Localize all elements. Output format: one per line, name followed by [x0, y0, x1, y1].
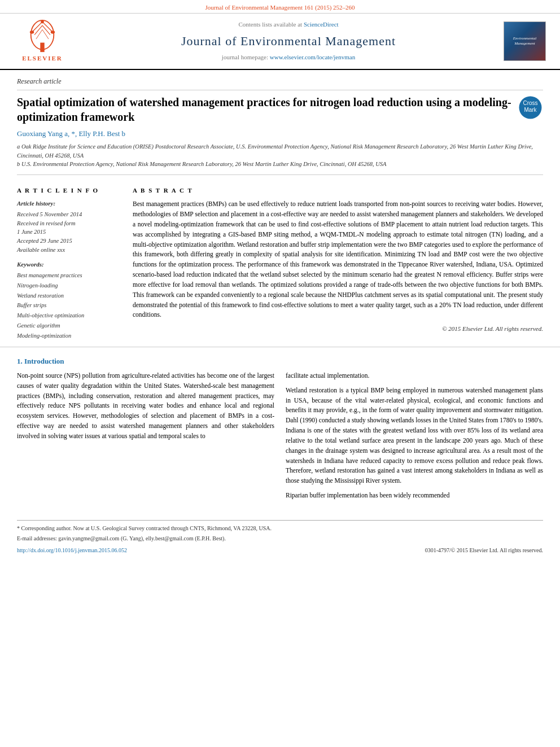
elsevier-logo: ELSEVIER	[11, 19, 73, 63]
keyword-item: Wetland restoration	[17, 291, 121, 301]
svg-text:Mark: Mark	[524, 107, 537, 113]
footnotes-area: * Corresponding author. Now at U.S. Geol…	[17, 520, 543, 543]
keyword-item: Modeling-optimization	[17, 331, 121, 341]
abstract-heading: A B S T R A C T	[133, 186, 543, 195]
article-info-heading: A R T I C L E I N F O	[17, 186, 121, 195]
intro-col2-p3: Riparian buffer implementation has been …	[286, 491, 543, 501]
intro-col2-p1: facilitate actual implementation.	[286, 371, 543, 381]
paper-section: Research article Spatial optimization of…	[0, 70, 560, 175]
intro-col1-p1: Non-point source (NPS) pollution from ag…	[17, 371, 274, 442]
science-direct-line: Contents lists available at ScienceDirec…	[73, 20, 504, 29]
accepted-date: Accepted 29 June 2015	[17, 237, 121, 246]
keywords-list: Best management practicesNitrogen-loadin…	[17, 270, 121, 341]
svg-text:Cross: Cross	[523, 100, 537, 106]
keyword-item: Buffer strips	[17, 300, 121, 311]
authors-line: Guoxiang Yang a, *, Elly P.H. Best b	[17, 129, 543, 139]
doi-link[interactable]: http://dx.doi.org/10.1016/j.jenvman.2015…	[17, 547, 127, 554]
main-content: 1. Introduction Non-point source (NPS) p…	[0, 347, 560, 520]
elsevier-logo-area: ELSEVIER	[11, 19, 73, 63]
svg-line-4	[34, 25, 42, 35]
affiliations: a Oak Ridge Institute for Science and Ed…	[17, 142, 543, 175]
svg-line-7	[42, 30, 49, 40]
paper-title: Spatial optimization of watershed manage…	[17, 95, 512, 124]
keyword-item: Nitrogen-loading	[17, 281, 121, 291]
crossmark-badge: Cross Mark	[518, 95, 543, 120]
bottom-bar: http://dx.doi.org/10.1016/j.jenvman.2015…	[0, 544, 560, 557]
homepage-line: journal homepage: www.elsevier.com/locat…	[73, 53, 504, 62]
footnote-email: E-mail addresses: gavin.yangme@gmail.com…	[17, 534, 543, 543]
svg-line-6	[36, 30, 42, 40]
article-type-label: Research article	[17, 77, 543, 90]
svg-point-9	[30, 31, 34, 34]
svg-point-8	[41, 20, 44, 24]
article-info-abstract-section: A R T I C L E I N F O Article history: R…	[0, 181, 560, 347]
intro-col1: Non-point source (NPS) pollution from ag…	[17, 371, 274, 505]
revised-label: Received in revised form	[17, 219, 121, 228]
journal-cover-image: EnvironmentalManagement	[504, 21, 549, 61]
issn-line: 0301-4797/© 2015 Elsevier Ltd. All right…	[425, 547, 543, 554]
keyword-item: Best management practices	[17, 270, 121, 281]
journal-reference: Journal of Environmental Management 161 …	[0, 0, 560, 14]
svg-point-10	[51, 31, 55, 34]
copyright-line: © 2015 Elsevier Ltd. All rights reserved…	[133, 325, 543, 333]
intro-text-columns: Non-point source (NPS) pollution from ag…	[17, 371, 543, 505]
science-direct-link[interactable]: ScienceDirect	[304, 21, 339, 28]
keyword-item: Genetic algorithm	[17, 321, 121, 331]
abstract-column: A B S T R A C T Best management practice…	[133, 186, 543, 341]
section-title: 1. Introduction	[17, 356, 543, 366]
received-date: Received 5 November 2014	[17, 210, 121, 219]
elsevier-tree-icon	[20, 19, 65, 53]
revised-date: 1 June 2015	[17, 228, 121, 237]
affiliation-a: a Oak Ridge Institute for Science and Ed…	[17, 142, 543, 160]
footnote-corresponding: * Corresponding author. Now at U.S. Geol…	[17, 524, 543, 532]
elsevier-wordmark: ELSEVIER	[22, 54, 63, 63]
article-info-column: A R T I C L E I N F O Article history: R…	[17, 186, 121, 341]
abstract-text: Best management practices (BMPs) can be …	[133, 199, 543, 320]
keywords-label: Keywords:	[17, 260, 121, 269]
online-date: Available online xxx	[17, 246, 121, 255]
homepage-url[interactable]: www.elsevier.com/locate/jenvman	[270, 54, 355, 60]
journal-header: ELSEVIER Contents lists available at Sci…	[0, 14, 560, 69]
keyword-item: Multi-objective optimization	[17, 311, 121, 321]
journal-title: Journal of Environmental Management	[73, 33, 504, 50]
svg-rect-0	[40, 43, 44, 53]
intro-col2-p2: Wetland restoration is a typical BMP bei…	[286, 386, 543, 486]
title-row: Spatial optimization of watershed manage…	[17, 95, 543, 124]
svg-line-5	[42, 25, 50, 35]
intro-col2: facilitate actual implementation. Wetlan…	[286, 371, 543, 505]
history-label: Article history:	[17, 199, 121, 208]
cover-thumbnail: EnvironmentalManagement	[504, 21, 546, 61]
introduction-section: 1. Introduction Non-point source (NPS) p…	[17, 356, 543, 505]
affiliation-b: b U.S. Environmental Protection Agency, …	[17, 160, 543, 169]
journal-title-area: Contents lists available at ScienceDirec…	[73, 20, 504, 62]
